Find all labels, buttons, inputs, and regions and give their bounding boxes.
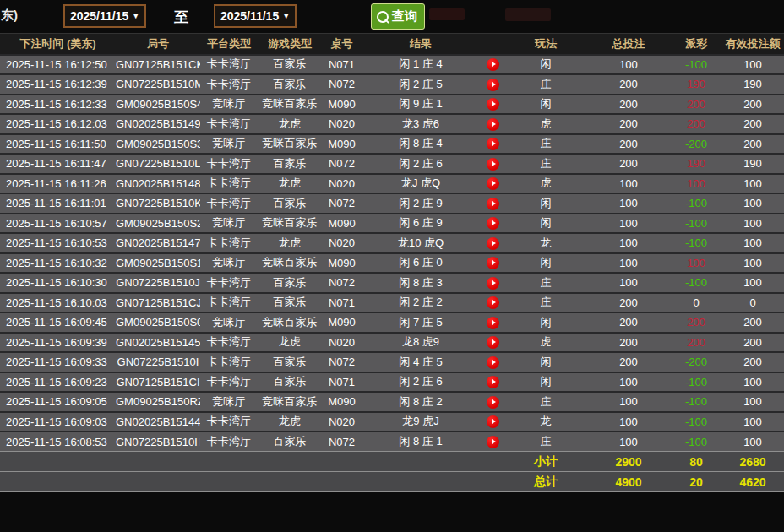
table-number: N020 [322,333,362,353]
col-header-platform-type: 平台类型 [200,34,258,55]
table-row: 2025-11-15 16:12:39GN07225B1510M卡卡湾厅百家乐N… [0,74,784,95]
round-id: GN07225B1510L [116,154,200,174]
play-video-icon[interactable] [487,257,499,269]
platform-type: 卡卡湾厅 [200,333,258,353]
query-button-label: 查询 [392,8,417,24]
payout: 190 [671,154,721,174]
play-video-icon[interactable] [487,237,499,250]
play-type: 庄 [505,392,586,412]
total-bet: 100 [586,55,671,75]
play-type: 庄 [505,74,586,95]
play-video-icon[interactable] [487,396,499,409]
payout: 200 [671,114,721,134]
total-bet: 100 [586,233,671,253]
total-bet: 100 [586,432,671,452]
table-number: N020 [322,412,362,432]
round-id: GN02025B15149 [116,114,200,134]
play-video-icon[interactable] [487,317,499,329]
table-row: 2025-11-15 16:10:32GM09025B150S1竞咪厅竞咪百家乐… [0,253,784,274]
date-from-value: 2025/11/15 [70,9,128,23]
bet-time: 2025-11-15 16:09:33 [0,352,116,372]
table-row: 2025-11-15 16:12:03GN02025B15149卡卡湾厅龙虎N0… [0,114,784,134]
result-cell: 闲 8 庄 1 [362,432,480,452]
bet-time: 2025-11-15 16:09:23 [0,372,116,393]
result-cell: 闲 2 庄 9 [362,193,480,214]
round-id: GM09025B150RZ [116,392,200,412]
play-type: 庄 [505,432,586,452]
valid-bet: 190 [721,154,784,174]
result-cell: 闲 6 庄 9 [362,214,480,234]
round-id: GN07225B1510I [116,352,200,372]
valid-bet: 100 [721,432,784,452]
date-from-select[interactable]: 2025/11/15 ▼ [63,4,146,28]
play-video-icon[interactable] [487,138,499,150]
col-header-bet-time: 下注时间 (美东) [0,34,116,55]
replay-cell [480,352,505,372]
play-type: 庄 [505,134,586,155]
play-type: 虎 [505,333,586,353]
query-button[interactable]: 查询 [371,3,425,30]
result-cell: 闲 8 庄 2 [362,392,480,412]
table-row: 2025-11-15 16:10:53GN02025B15147卡卡湾厅龙虎N0… [0,233,784,253]
play-video-icon[interactable] [487,296,499,309]
total-bet: 200 [586,114,671,134]
col-header-replay [480,34,505,55]
play-video-icon[interactable] [487,217,499,230]
play-type: 闲 [505,55,586,75]
replay-cell [480,214,505,234]
play-type: 庄 [505,154,586,174]
table-number: N072 [322,193,362,214]
platform-type: 卡卡湾厅 [200,352,258,372]
game-type: 百家乐 [258,74,322,95]
play-video-icon[interactable] [487,376,499,388]
play-video-icon[interactable] [487,158,499,171]
replay-cell [480,134,505,155]
play-video-icon[interactable] [487,98,499,111]
play-type: 龙 [505,412,586,432]
payout: 200 [671,95,721,115]
result-cell: 闲 2 庄 5 [362,74,480,95]
play-video-icon[interactable] [487,58,499,71]
dropdown-caret-icon: ▼ [132,12,139,20]
play-video-icon[interactable] [487,436,499,448]
game-type: 百家乐 [258,273,322,293]
date-to-select[interactable]: 2025/11/15 ▼ [214,4,297,28]
bet-time: 2025-11-15 16:12:33 [0,95,116,115]
total-total-bet: 4900 [586,472,671,492]
play-video-icon[interactable] [487,415,499,428]
platform-type: 竞咪厅 [200,95,258,115]
table-row: 2025-11-15 16:09:23GN07125B151CI卡卡湾厅百家乐N… [0,372,784,393]
table-number: N072 [322,432,362,452]
play-video-icon[interactable] [487,177,499,190]
payout: -100 [671,233,721,253]
payout: -100 [671,55,721,75]
table-number: N020 [322,114,362,134]
round-id: GM09025B150S0 [116,312,200,333]
play-video-icon[interactable] [487,336,499,349]
play-video-icon[interactable] [487,277,499,290]
play-type: 闲 [505,193,586,214]
game-type: 龙虎 [258,114,322,134]
play-video-icon[interactable] [487,198,499,210]
play-type: 庄 [505,273,586,293]
platform-type: 卡卡湾厅 [200,412,258,432]
col-header-play-type: 玩法 [505,34,586,55]
valid-bet: 100 [721,372,784,393]
replay-cell [480,412,505,432]
round-id: GN07125B151CK [116,55,200,75]
table-number: N072 [322,273,362,293]
valid-bet: 0 [721,293,784,313]
table-number: N072 [322,352,362,372]
play-video-icon[interactable] [487,356,499,369]
round-id: GM09025B150S1 [116,253,200,274]
result-cell: 闲 4 庄 5 [362,352,480,372]
dropdown-caret-icon: ▼ [282,12,290,20]
play-video-icon[interactable] [487,118,499,131]
play-type: 闲 [505,352,586,372]
table-number: N072 [322,74,362,95]
result-cell: 闲 1 庄 4 [362,55,480,75]
play-video-icon[interactable] [487,79,499,91]
platform-type: 竞咪厅 [200,392,258,412]
total-bet: 200 [586,293,671,313]
valid-bet: 100 [721,253,784,274]
